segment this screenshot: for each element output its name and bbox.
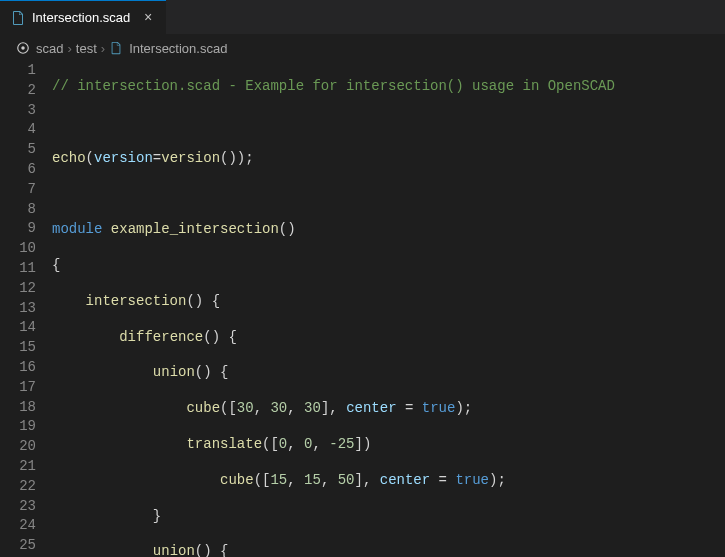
code-token: ; xyxy=(464,400,472,416)
line-number: 22 xyxy=(0,477,36,497)
code-token: ) xyxy=(203,364,211,380)
line-number: 7 xyxy=(0,180,36,200)
code-token: ( xyxy=(186,293,194,309)
line-number: 6 xyxy=(0,160,36,180)
code-token: , xyxy=(363,472,380,488)
breadcrumb-item-3[interactable]: Intersection.scad xyxy=(129,41,227,56)
line-number: 18 xyxy=(0,398,36,418)
code-token: -25 xyxy=(329,436,354,452)
code-token: = xyxy=(153,150,161,166)
tab-bar: Intersection.scad × xyxy=(0,0,725,35)
code-token: ) xyxy=(363,436,371,452)
file-icon xyxy=(10,10,26,26)
line-number: 17 xyxy=(0,378,36,398)
code-token: { xyxy=(52,257,60,273)
line-number: 12 xyxy=(0,279,36,299)
line-number: 20 xyxy=(0,437,36,457)
code-token: ( xyxy=(195,364,203,380)
line-number: 8 xyxy=(0,200,36,220)
code-token: { xyxy=(228,329,236,345)
breadcrumb-item-1[interactable]: scad xyxy=(36,41,63,56)
code-token: 0 xyxy=(279,436,287,452)
module-icon xyxy=(16,41,30,55)
code-token: 30 xyxy=(304,400,321,416)
tab-label: Intersection.scad xyxy=(32,10,130,25)
code-token: union xyxy=(153,543,195,557)
code-token: , xyxy=(329,400,346,416)
code-token: ) xyxy=(195,293,203,309)
code-token: true xyxy=(422,400,456,416)
code-token: { xyxy=(220,543,228,557)
line-number: 11 xyxy=(0,259,36,279)
line-number: 19 xyxy=(0,417,36,437)
code-token: ; xyxy=(245,150,253,166)
code-comment: // intersection.scad - Example for inter… xyxy=(52,78,615,94)
code-token: , xyxy=(254,400,271,416)
code-token: intersection xyxy=(86,293,187,309)
code-token: echo xyxy=(52,150,86,166)
code-token: version xyxy=(161,150,220,166)
code-token: , xyxy=(287,472,304,488)
line-number: 21 xyxy=(0,457,36,477)
code-token: ( xyxy=(203,329,211,345)
code-token: module xyxy=(52,221,102,237)
code-token: center xyxy=(346,400,396,416)
code-token: ] xyxy=(355,436,363,452)
breadcrumb: scad › test › Intersection.scad xyxy=(0,35,725,61)
line-number: 1 xyxy=(0,61,36,81)
code-token: cube xyxy=(186,400,220,416)
line-number: 25 xyxy=(0,536,36,556)
chevron-right-icon: › xyxy=(67,41,71,56)
code-token: ( xyxy=(195,543,203,557)
code-token: cube xyxy=(220,472,254,488)
code-token: union xyxy=(153,364,195,380)
line-number: 3 xyxy=(0,101,36,121)
chevron-right-icon: › xyxy=(101,41,105,56)
code-token: { xyxy=(220,364,228,380)
code-token: version xyxy=(94,150,153,166)
line-number: 14 xyxy=(0,318,36,338)
line-number: 9 xyxy=(0,219,36,239)
line-number: 4 xyxy=(0,120,36,140)
code-token: 15 xyxy=(270,472,287,488)
code-token: 15 xyxy=(304,472,321,488)
code-token: ] xyxy=(355,472,363,488)
code-token: , xyxy=(321,472,338,488)
tab-active[interactable]: Intersection.scad × xyxy=(0,0,166,34)
code-token: = xyxy=(430,472,455,488)
code-token: ( xyxy=(86,150,94,166)
code-editor[interactable]: 1 2 3 4 5 6 7 8 9 10 11 12 13 14 15 16 1… xyxy=(0,61,725,557)
code-token: = xyxy=(397,400,422,416)
code-token: ) xyxy=(212,329,220,345)
svg-point-1 xyxy=(21,46,25,50)
code-token: 30 xyxy=(237,400,254,416)
code-token: difference xyxy=(119,329,203,345)
code-token: ; xyxy=(497,472,505,488)
code-token: 50 xyxy=(338,472,355,488)
line-number: 2 xyxy=(0,81,36,101)
code-token: translate xyxy=(186,436,262,452)
line-number-gutter: 1 2 3 4 5 6 7 8 9 10 11 12 13 14 15 16 1… xyxy=(0,61,52,557)
line-number: 23 xyxy=(0,497,36,517)
code-token: true xyxy=(455,472,489,488)
line-number: 24 xyxy=(0,516,36,536)
line-number: 10 xyxy=(0,239,36,259)
code-token: } xyxy=(153,508,161,524)
file-icon xyxy=(109,41,123,55)
code-token: ) xyxy=(203,543,211,557)
line-number: 16 xyxy=(0,358,36,378)
close-icon[interactable]: × xyxy=(140,10,156,26)
code-token: , xyxy=(287,400,304,416)
code-content[interactable]: // intersection.scad - Example for inter… xyxy=(52,61,725,557)
line-number: 13 xyxy=(0,299,36,319)
code-token: ) xyxy=(455,400,463,416)
line-number: 15 xyxy=(0,338,36,358)
code-token: center xyxy=(380,472,430,488)
code-token: , xyxy=(287,436,304,452)
breadcrumb-item-2[interactable]: test xyxy=(76,41,97,56)
code-token: ( xyxy=(254,472,262,488)
code-token: ) xyxy=(228,150,236,166)
code-token: ) xyxy=(237,150,245,166)
line-number: 5 xyxy=(0,140,36,160)
code-token: [ xyxy=(228,400,236,416)
